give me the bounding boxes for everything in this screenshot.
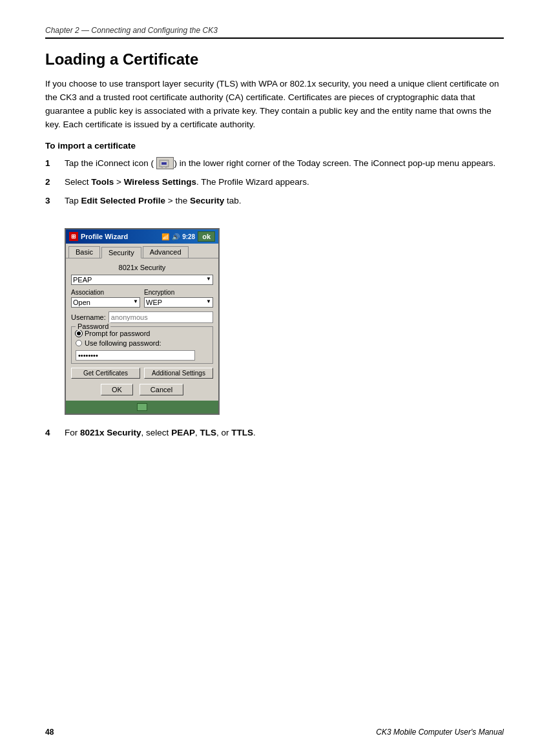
iconnect-icon — [156, 157, 174, 169]
association-col: Association Open — [71, 289, 140, 308]
assoc-select-wrapper: Open — [71, 297, 140, 308]
cert-settings-row: Get Certificates Additional Settings — [71, 368, 213, 379]
username-row: Username: — [71, 311, 213, 323]
assoc-enc-row: Association Open Encryption WEP — [71, 289, 213, 308]
step4-peap: PEAP — [171, 428, 195, 437]
step3-edit: Edit Selected Profile — [81, 196, 166, 205]
step4-tls: TLS — [200, 428, 216, 437]
step-2: 2 Select Tools > Wireless Settings. The … — [45, 176, 504, 189]
step2-tools: Tools — [91, 177, 114, 187]
footer-manual-title: CK3 Mobile Computer User's Manual — [376, 728, 504, 737]
radio-prompt-row: Prompt for password — [76, 330, 209, 337]
password-group: Password Prompt for password Use followi… — [71, 326, 213, 364]
titlebar-ok-button[interactable]: ok — [198, 231, 215, 242]
peap-select[interactable]: PEAP TLS TTLS — [71, 275, 213, 285]
wizard-content: 8021x Security PEAP TLS TTLS Association — [66, 258, 218, 401]
radio-following-row: Use following password: — [76, 339, 209, 347]
step4-ttls: TTLS — [231, 428, 253, 437]
password-input[interactable] — [76, 350, 195, 361]
footer-page-number: 48 — [45, 728, 54, 737]
steps-list: 1 Tap the iConnect icon ( ) in the lower… — [45, 157, 504, 208]
windows-logo-icon: ⊞ — [69, 232, 78, 241]
section-title: Loading a Certificate — [45, 50, 504, 68]
volume-icon: 🔊 — [172, 233, 180, 240]
body-paragraph: If you choose to use transport layer sec… — [45, 78, 504, 132]
username-label: Username: — [71, 313, 106, 321]
username-input[interactable] — [109, 311, 213, 323]
taskbar-icon — [137, 403, 147, 411]
step-4: 4 For 8021x Security, select PEAP, TLS, … — [45, 426, 504, 440]
wizard-tabs: Basic Security Advanced — [66, 244, 218, 258]
titlebar-icons: 📶 🔊 9:28 ok — [161, 231, 215, 242]
step-1: 1 Tap the iConnect icon ( ) in the lower… — [45, 157, 504, 171]
chapter-header-text: Chapter 2 — Connecting and Configuring t… — [45, 26, 218, 35]
enc-select[interactable]: WEP — [144, 297, 213, 308]
step-3-num: 3 — [45, 194, 50, 208]
wizard-titlebar: ⊞ Profile Wizard 📶 🔊 9:28 ok — [66, 229, 218, 244]
signal-icon: 📶 — [161, 233, 169, 240]
chapter-header: Chapter 2 — Connecting and Configuring t… — [45, 26, 504, 39]
peap-select-wrapper: PEAP TLS TTLS — [71, 275, 213, 285]
ok-button[interactable]: OK — [101, 384, 133, 395]
wizard-title: Profile Wizard — [81, 233, 128, 240]
password-legend: Password — [76, 322, 110, 330]
step3-security: Security — [190, 196, 224, 205]
peap-dropdown-row: PEAP TLS TTLS — [71, 275, 213, 285]
security-section-label: 8021x Security — [71, 264, 213, 271]
tab-security[interactable]: Security — [101, 247, 141, 258]
svg-rect-4 — [161, 162, 167, 165]
additional-settings-button[interactable]: Additional Settings — [144, 368, 213, 379]
get-certificates-button[interactable]: Get Certificates — [71, 368, 140, 379]
tab-advanced[interactable]: Advanced — [143, 246, 189, 258]
step-2-num: 2 — [45, 176, 50, 189]
ok-cancel-row: OK Cancel — [71, 384, 213, 395]
titlebar-left: ⊞ Profile Wizard — [69, 232, 128, 241]
cancel-button[interactable]: Cancel — [140, 384, 183, 395]
encryption-col: Encryption WEP — [144, 289, 213, 308]
step-4-num: 4 — [45, 426, 50, 440]
step-3: 3 Tap Edit Selected Profile > the Securi… — [45, 194, 504, 208]
wizard-taskbar — [66, 401, 218, 414]
assoc-select[interactable]: Open — [71, 297, 140, 308]
page-footer: 48 CK3 Mobile Computer User's Manual — [0, 728, 549, 737]
titlebar-time: 9:28 — [182, 233, 195, 240]
step2-wireless: Wireless Settings — [124, 177, 196, 187]
tab-basic[interactable]: Basic — [68, 246, 100, 258]
procedure-heading: To import a certificate — [45, 141, 504, 151]
assoc-label: Association — [71, 289, 140, 296]
radio-following-label: Use following password: — [85, 339, 161, 347]
radio-following-icon[interactable] — [76, 340, 82, 346]
enc-select-wrapper: WEP — [144, 297, 213, 308]
screenshot-container: ⊞ Profile Wizard 📶 🔊 9:28 ok Basic Secur… — [65, 228, 220, 415]
enc-label: Encryption — [144, 289, 213, 296]
radio-prompt-label: Prompt for password — [85, 330, 150, 337]
profile-wizard-window: ⊞ Profile Wizard 📶 🔊 9:28 ok Basic Secur… — [65, 228, 220, 415]
radio-prompt-icon[interactable] — [76, 330, 82, 337]
step4-8021x: 8021x Security — [80, 428, 141, 437]
step-1-num: 1 — [45, 157, 50, 171]
